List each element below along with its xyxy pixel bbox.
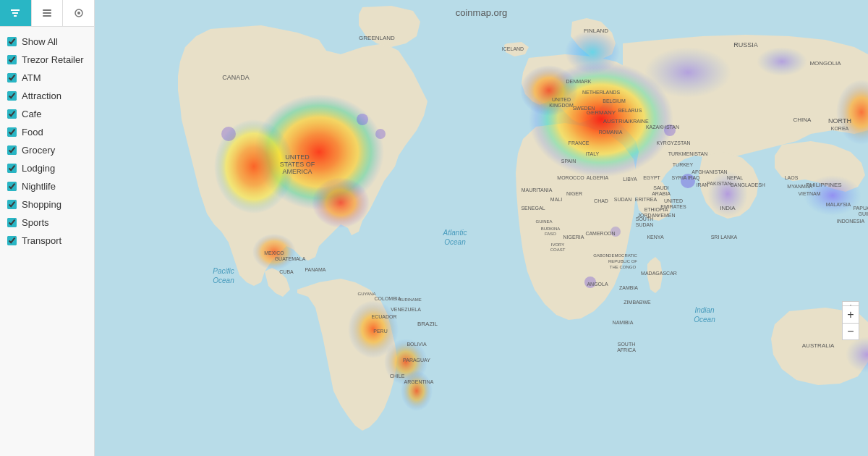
checkbox-lodging[interactable] <box>7 164 17 173</box>
svg-text:THE CONGO: THE CONGO <box>610 265 637 269</box>
filter-item-transport[interactable]: Transport <box>0 232 94 250</box>
checkbox-atm[interactable] <box>7 73 17 83</box>
svg-text:PHILIPPINES: PHILIPPINES <box>806 182 841 188</box>
svg-text:TURKMENISTAN: TURKMENISTAN <box>668 151 708 156</box>
checkbox-trezor-retailer[interactable] <box>7 55 17 64</box>
filter-item-grocery[interactable]: Grocery <box>0 141 94 159</box>
tab-bookmark[interactable] <box>63 0 94 26</box>
filter-label-show-all: Show All <box>22 36 58 47</box>
svg-text:UKRAINE: UKRAINE <box>626 119 648 124</box>
svg-point-17 <box>520 65 578 116</box>
checkbox-show-all[interactable] <box>7 37 17 46</box>
svg-text:MALAYSIA: MALAYSIA <box>826 202 851 207</box>
checkbox-grocery[interactable] <box>7 145 17 155</box>
svg-point-27 <box>221 127 236 141</box>
svg-rect-3 <box>43 9 51 11</box>
svg-text:SOUTH: SOUTH <box>618 342 636 347</box>
svg-point-18 <box>565 30 620 74</box>
svg-text:BANGLADESH: BANGLADESH <box>731 182 765 187</box>
svg-text:ARGENTINA: ARGENTINA <box>404 379 434 384</box>
svg-text:Indian: Indian <box>694 306 715 314</box>
svg-text:GREENLAND: GREENLAND <box>359 35 395 41</box>
svg-text:VENEZUELA: VENEZUELA <box>391 307 421 312</box>
svg-text:MALI: MALI <box>550 197 562 202</box>
tab-list[interactable] <box>32 0 64 26</box>
checkbox-nightlife[interactable] <box>7 182 17 191</box>
svg-text:BURKINA: BURKINA <box>541 227 561 231</box>
svg-text:PARAGUAY: PARAGUAY <box>403 358 430 363</box>
svg-text:MOROCCO: MOROCCO <box>557 175 584 180</box>
svg-text:KOREA: KOREA <box>831 126 849 131</box>
svg-text:ANGOLA: ANGOLA <box>587 282 608 287</box>
filter-item-nightlife[interactable]: Nightlife <box>0 177 94 195</box>
svg-text:Pacific: Pacific <box>213 267 234 275</box>
svg-text:FINLAND: FINLAND <box>584 28 608 34</box>
svg-text:SUDAN: SUDAN <box>636 222 654 227</box>
filter-item-trezor-retailer[interactable]: Trezor Retailer <box>0 51 94 69</box>
svg-rect-5 <box>43 15 51 17</box>
svg-text:INDONESIA: INDONESIA <box>837 219 865 224</box>
tab-filter[interactable] <box>0 0 32 26</box>
checkbox-shopping[interactable] <box>7 200 17 209</box>
svg-text:BELGIUM: BELGIUM <box>603 98 626 104</box>
filter-item-food[interactable]: Food <box>0 123 94 141</box>
map-container[interactable]: coinmap.org <box>95 0 868 456</box>
svg-text:LIBYA: LIBYA <box>623 177 637 182</box>
filter-label-lodging: Lodging <box>22 163 55 174</box>
svg-text:UNITED: UNITED <box>552 97 571 102</box>
svg-text:NORTH: NORTH <box>828 117 851 124</box>
svg-text:PERU: PERU <box>373 329 387 334</box>
svg-text:SAUDI: SAUDI <box>653 185 668 190</box>
filter-item-cafe[interactable]: Cafe <box>0 105 94 123</box>
filter-item-sports[interactable]: Sports <box>0 214 94 232</box>
svg-point-19 <box>644 47 731 98</box>
svg-point-11 <box>312 177 370 228</box>
filter-label-grocery: Grocery <box>22 145 55 156</box>
filter-item-show-all[interactable]: Show All <box>0 33 94 51</box>
filter-label-attraction: Attraction <box>22 90 61 101</box>
filter-item-atm[interactable]: ATM <box>0 69 94 87</box>
svg-text:NIGER: NIGER <box>566 191 582 196</box>
svg-text:ITALY: ITALY <box>586 151 600 156</box>
checkbox-food[interactable] <box>7 127 17 137</box>
svg-text:ALGERIA: ALGERIA <box>587 175 609 180</box>
sidebar-tab-bar <box>0 0 94 27</box>
filter-item-lodging[interactable]: Lodging <box>0 159 94 177</box>
svg-text:SENEGAL: SENEGAL <box>521 206 545 211</box>
svg-point-26 <box>357 114 368 125</box>
filter-item-attraction[interactable]: Attraction <box>0 87 94 105</box>
svg-text:CANADA: CANADA <box>222 74 250 81</box>
filter-item-shopping[interactable]: Shopping <box>0 195 94 214</box>
svg-text:ZIMBABWE: ZIMBABWE <box>624 300 651 305</box>
svg-text:PANAMA: PANAMA <box>305 267 326 272</box>
svg-rect-4 <box>43 12 51 14</box>
filter-icon <box>9 7 21 19</box>
checkbox-sports[interactable] <box>7 218 17 227</box>
zoom-in-button[interactable]: + <box>842 305 859 323</box>
svg-text:Atlantic: Atlantic <box>443 229 467 237</box>
filter-label-trezor-retailer: Trezor Retailer <box>22 54 83 65</box>
svg-point-20 <box>757 47 807 76</box>
svg-text:PAKISTAN: PAKISTAN <box>707 181 731 186</box>
svg-text:CHAD: CHAD <box>594 198 608 203</box>
svg-text:IRAQ: IRAQ <box>687 175 700 181</box>
svg-text:AUSTRALIA: AUSTRALIA <box>802 342 835 349</box>
svg-text:COAST: COAST <box>550 248 566 252</box>
svg-text:KAZAKHSTAN: KAZAKHSTAN <box>646 124 679 130</box>
svg-text:PAPUA NEW: PAPUA NEW <box>853 206 868 211</box>
svg-text:DENMARK: DENMARK <box>566 79 591 84</box>
svg-text:BOLIVIA: BOLIVIA <box>407 342 427 347</box>
svg-text:AFGHANISTAN: AFGHANISTAN <box>692 169 727 174</box>
svg-text:KINGDOM: KINGDOM <box>549 103 574 108</box>
svg-text:ARABIA: ARABIA <box>652 191 671 196</box>
svg-text:Ocean: Ocean <box>444 238 466 246</box>
svg-text:SPAIN: SPAIN <box>561 159 576 164</box>
svg-text:ICELAND: ICELAND <box>502 46 524 51</box>
checkbox-attraction[interactable] <box>7 91 17 101</box>
checkbox-cafe[interactable] <box>7 109 17 119</box>
filter-label-food: Food <box>22 127 43 138</box>
zoom-out-button[interactable]: − <box>842 323 859 340</box>
checkbox-transport[interactable] <box>7 236 17 245</box>
svg-text:ECUADOR: ECUADOR <box>371 314 396 319</box>
svg-text:RUSSIA: RUSSIA <box>733 41 758 48</box>
